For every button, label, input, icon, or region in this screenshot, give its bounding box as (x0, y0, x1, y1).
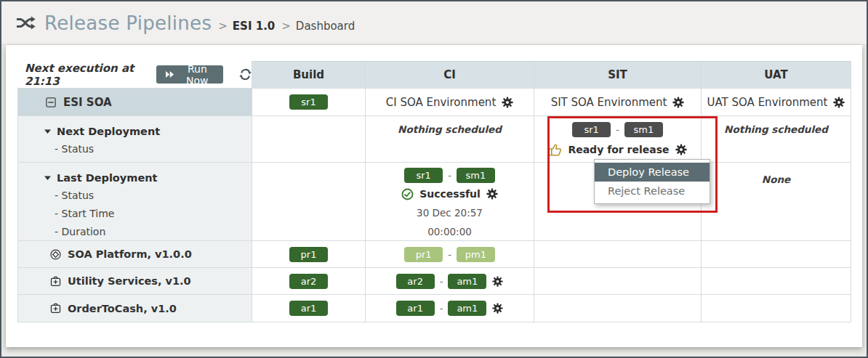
next-deployment-toggle[interactable]: Next Deployment (44, 123, 252, 140)
component-name: SOA Platform, v1.0.0 (68, 248, 192, 260)
none-note: None (762, 174, 790, 185)
empty-cell (702, 295, 851, 322)
pipeline-name: ESI SOA (63, 96, 112, 109)
run-now-label: Run Now (180, 63, 214, 86)
badge-separator: - (448, 249, 451, 260)
next-deployment-label: Next Deployment (57, 126, 160, 137)
cell-build-pipeline: sr1 (252, 89, 366, 116)
empty-cell (702, 268, 851, 295)
dashboard-card: Next execution at 21:13 Run Now Build CI… (6, 45, 862, 347)
last-deployment-toggle[interactable]: Last Deployment (44, 169, 252, 187)
toolbar-cell: Next execution at 21:13 Run Now (17, 61, 252, 89)
manifest-badge[interactable]: am1 (448, 274, 486, 289)
page-title: Release Pipelines (44, 12, 212, 34)
fast-forward-icon (165, 70, 174, 78)
release-badge[interactable]: ar1 (289, 301, 328, 316)
column-header-uat: UAT (702, 61, 851, 89)
gear-icon[interactable] (492, 303, 503, 314)
gear-icon[interactable] (502, 97, 513, 108)
column-header-ci: CI (366, 61, 534, 89)
breadcrumb-pipeline[interactable]: ESI 1.0 (233, 20, 275, 33)
caret-down-icon (44, 129, 51, 134)
ready-for-release-status: Ready for release (548, 140, 686, 159)
last-deployment-label-cell: Last Deployment - Status - Start Time - … (17, 163, 252, 241)
cell-uat-environment: UAT SOA Environment (702, 89, 851, 116)
application-icon (50, 276, 61, 287)
app-header: Release Pipelines > ESI 1.0 > Dashboard (1, 1, 867, 45)
empty-cell (252, 116, 366, 163)
component-name: OrderToCash, v1.0 (68, 303, 177, 314)
release-badge[interactable]: ar2 (289, 274, 328, 289)
deployment-badges: ar2 - am1 (396, 272, 487, 290)
breadcrumb-page: Dashboard (296, 20, 355, 33)
empty-cell (534, 295, 702, 322)
release-badge[interactable]: sr1 (404, 168, 443, 183)
breadcrumb-separator: > (281, 20, 291, 33)
empty-cell (534, 241, 702, 268)
run-now-button[interactable]: Run Now (156, 65, 223, 84)
manifest-badge[interactable]: am1 (448, 301, 486, 316)
collapse-icon[interactable] (46, 97, 56, 107)
cell-build-ordertocash: ar1 (252, 295, 366, 322)
cell-sit-next-deployment: sr1 - sm1 Ready for release (534, 116, 702, 163)
last-deployment-status-label: - Status (55, 187, 252, 205)
menu-item-reject-release[interactable]: Reject Release (595, 182, 710, 200)
component-row-utility-services: Utility Services, v1.0 (17, 268, 252, 295)
release-badge[interactable]: sr1 (572, 122, 611, 137)
cell-build-utility-services: ar2 (252, 268, 366, 295)
component-name: Utility Services, v1.0 (68, 275, 191, 287)
manifest-badge[interactable]: sm1 (457, 168, 495, 183)
gear-icon[interactable] (833, 97, 845, 108)
gear-icon[interactable] (486, 188, 498, 200)
release-badge[interactable]: pr1 (404, 247, 443, 262)
last-deployment-start-time-label: - Start Time (55, 205, 252, 223)
release-badge[interactable]: ar1 (396, 301, 435, 316)
release-pipelines-page: Release Pipelines > ESI 1.0 > Dashboard … (0, 0, 868, 358)
manifest-badge[interactable]: sm1 (624, 122, 663, 137)
status-text: Ready for release (568, 144, 669, 155)
cell-ci-environment: CI SOA Environment (366, 89, 534, 116)
empty-cell (252, 163, 366, 241)
release-badge[interactable]: pr1 (289, 247, 328, 262)
column-header-build: Build (252, 61, 366, 89)
nothing-scheduled-note: Nothing scheduled (724, 123, 828, 135)
breadcrumb-separator: > (218, 20, 228, 33)
component-row-soa-platform: SOA Platform, v1.0.0 (17, 241, 252, 268)
pipeline-table: Next execution at 21:13 Run Now Build CI… (17, 61, 852, 324)
deployment-badges: sr1 - sm1 (404, 167, 495, 183)
last-deployment-duration-label: - Duration (55, 223, 252, 241)
next-deployment-status-label: - Status (55, 140, 252, 158)
empty-cell (534, 268, 702, 295)
pipeline-row-toggle[interactable]: ESI SOA (17, 89, 252, 116)
release-badge[interactable]: sr1 (289, 94, 328, 110)
gear-icon[interactable] (672, 97, 684, 108)
next-deployment-label-cell: Next Deployment - Status (17, 116, 252, 163)
cell-ci-next-deployment: Nothing scheduled (366, 116, 534, 163)
status-text: Successful (419, 188, 481, 200)
gear-icon[interactable] (675, 144, 687, 155)
release-badge[interactable]: ar2 (396, 274, 435, 289)
refresh-button[interactable] (239, 68, 252, 81)
cell-build-soa-platform: pr1 (252, 241, 366, 268)
cell-ci-ordertocash: ar1 - am1 (366, 295, 534, 322)
release-pipelines-icon (16, 15, 36, 30)
nothing-scheduled-note: Nothing scheduled (398, 123, 502, 135)
cell-ci-soa-platform: pr1 - pm1 (366, 241, 534, 268)
duration-value: 00:00:00 (427, 224, 472, 240)
gear-icon[interactable] (492, 276, 503, 287)
cell-ci-last-deployment: sr1 - sm1 Successful 30 Dec 20:57 00:00:… (366, 163, 534, 241)
manifest-badge[interactable]: pm1 (457, 247, 495, 262)
column-header-sit: SIT (534, 61, 702, 89)
check-circle-icon (401, 188, 414, 200)
cell-ci-utility-services: ar2 - am1 (366, 268, 534, 295)
environment-context-menu: Deploy Release Reject Release (594, 159, 710, 204)
badge-separator: - (448, 170, 451, 181)
start-time-value: 30 Dec 20:57 (417, 205, 483, 221)
environment-name: SIT SOA Environment (551, 96, 667, 109)
environment-name: CI SOA Environment (386, 96, 497, 109)
component-row-ordertocash: OrderToCash, v1.0 (17, 295, 252, 322)
application-icon (50, 303, 61, 314)
refresh-icon (239, 68, 252, 81)
menu-item-deploy-release[interactable]: Deploy Release (595, 163, 710, 182)
platform-icon (50, 249, 61, 260)
